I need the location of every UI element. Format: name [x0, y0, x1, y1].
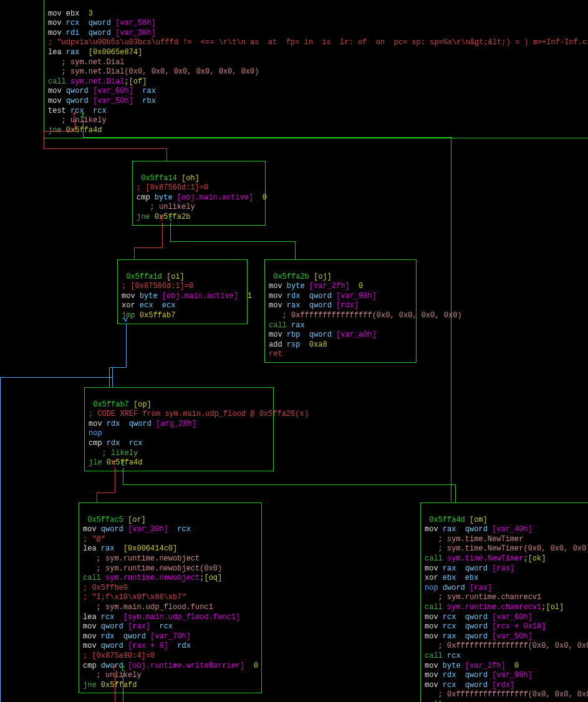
edge-label-f: f: [72, 112, 77, 120]
edge-label-t: t: [81, 112, 85, 120]
asm: mov ebx: [48, 9, 79, 18]
edge-line: [75, 120, 75, 131]
block-op: 0x5ffab7 [op] ; CODE XREF from sym.main.…: [84, 387, 274, 471]
block-om: 0x5ffa4d [om] mov rax, qword [var_40h] ;…: [420, 502, 588, 702]
block-oj: 0x5ffa2b [oj] mov byte [var_2fh], 0 mov …: [264, 259, 417, 363]
block-oh: 0x5ffa14 [oh] ; [0x87566d:1]=0 cmp byte …: [132, 161, 266, 226]
comment-string: ; "udpvia\u00b5s\u03bcs\ufffd != <== \r\…: [48, 38, 588, 47]
block-0: mov ebx, 3 mov rcx, qword [var_58h] mov …: [44, 0, 588, 138]
block-oi: 0x5ffa1d [oi] ; [0x87566d:1]=0 mov byte …: [117, 259, 248, 324]
block-or: 0x5ffac5 [or] mov qword [var_30h], rcx ;…: [79, 502, 262, 693]
